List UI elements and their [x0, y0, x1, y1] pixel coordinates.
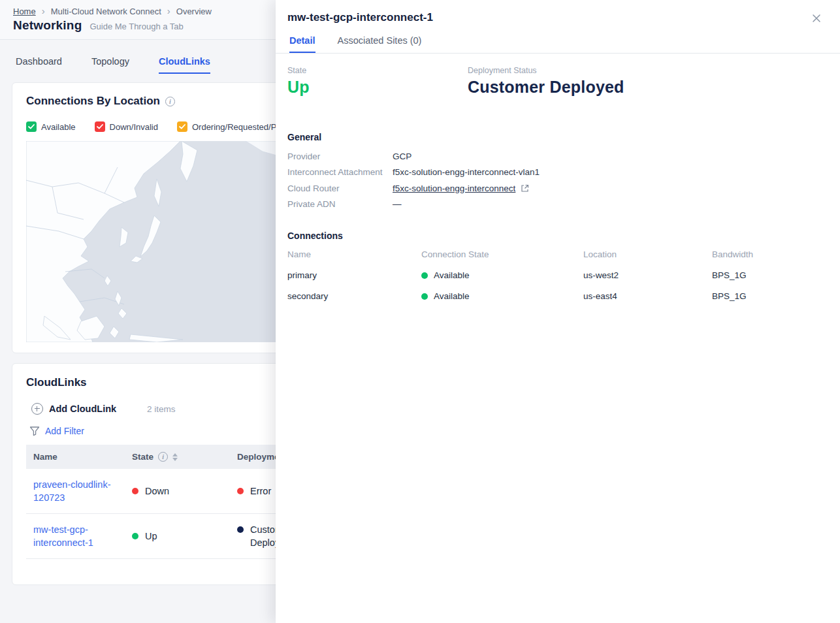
connection-row: primary Available us-west2 BPS_1G — [287, 270, 828, 280]
kv-row-provider: Provider GCP — [287, 148, 828, 165]
tab-topology[interactable]: Topology — [91, 56, 129, 74]
legend-available: Available — [26, 121, 76, 132]
external-link-icon[interactable] — [521, 184, 529, 193]
cloudlink-name-link[interactable]: mw-test-gcp-interconnect-1 — [33, 523, 118, 549]
add-cloudlink-button[interactable]: Add CloudLink — [31, 403, 116, 415]
general-section: General Provider GCP Interconnect Attach… — [276, 132, 840, 212]
conn-col-name: Name — [287, 249, 421, 259]
cloud-router-link[interactable]: f5xc-solution-engg-interconnect — [393, 184, 515, 193]
state-label: State — [287, 66, 468, 75]
connections-header-row: Name Connection State Location Bandwidth — [287, 249, 828, 259]
add-cloudlink-label: Add CloudLink — [49, 404, 116, 414]
add-filter-label: Add Filter — [45, 426, 84, 436]
status-dot-red — [132, 488, 138, 494]
conn-col-state: Connection State — [421, 249, 583, 259]
connections-card-title: Connections By Location — [26, 95, 160, 108]
items-count: 2 items — [147, 404, 176, 414]
column-header-state: State i — [125, 445, 230, 469]
info-icon[interactable]: i — [165, 97, 175, 106]
page-title: Networking — [13, 18, 82, 33]
chevron-right-icon — [167, 5, 170, 16]
legend-down-invalid: Down/Invalid — [95, 121, 158, 132]
general-heading: General — [287, 132, 828, 142]
tab-dashboard[interactable]: Dashboard — [16, 56, 62, 74]
status-dot-green — [421, 272, 428, 279]
status-dot-red — [237, 488, 244, 494]
connections-heading: Connections — [287, 231, 828, 241]
breadcrumb-item: Overview — [176, 7, 212, 16]
cloudlink-name-link[interactable]: praveen-cloudlink-120723 — [33, 478, 118, 504]
guide-me-link[interactable]: Guide Me Through a Tab — [89, 22, 183, 31]
state-value: Up — [287, 78, 468, 97]
tab-cloudlinks[interactable]: CloudLinks — [159, 56, 210, 74]
tab-detail[interactable]: Detail — [289, 35, 315, 53]
breadcrumb-home-link[interactable]: Home — [13, 7, 36, 16]
connection-row: secondary Available us-east4 BPS_1G — [287, 291, 828, 301]
checkbox-ordering[interactable] — [177, 121, 187, 132]
checkbox-available[interactable] — [26, 121, 37, 132]
plus-circle-icon — [31, 403, 43, 415]
panel-title: mw-test-gcp-interconnect-1 — [287, 11, 828, 24]
column-header-name: Name — [26, 445, 125, 469]
connections-section: Connections Name Connection State Locati… — [276, 231, 840, 301]
status-dot-green — [421, 293, 428, 300]
deployment-status-value: Customer Deployed — [468, 78, 624, 97]
close-icon[interactable] — [811, 13, 823, 25]
breadcrumb-item[interactable]: Multi-Cloud Network Connect — [51, 7, 161, 16]
tab-associated-sites[interactable]: Associated Sites (0) — [338, 35, 422, 53]
detail-panel: mw-test-gcp-interconnect-1 Detail Associ… — [276, 0, 840, 623]
state-badge: Up — [132, 530, 223, 543]
status-dot-navy — [237, 526, 244, 533]
panel-tabs: Detail Associated Sites (0) — [289, 35, 828, 53]
conn-col-bandwidth: Bandwidth — [712, 249, 828, 259]
state-badge: Down — [132, 485, 223, 498]
checkbox-down-invalid[interactable] — [95, 121, 105, 132]
legend-label: Available — [41, 122, 76, 132]
funnel-icon — [29, 426, 40, 436]
kv-row-cloud-router: Cloud Router f5xc-solution-engg-intercon… — [287, 180, 828, 197]
info-icon[interactable]: i — [158, 452, 168, 462]
kv-row-interconnect-attachment: Interconnect Attachment f5xc-solution-en… — [287, 165, 828, 181]
legend-label: Down/Invalid — [110, 122, 158, 132]
deployment-status-label: Deployment Status — [468, 66, 624, 75]
status-dot-green — [132, 533, 138, 539]
conn-col-location: Location — [583, 249, 712, 259]
sort-icon[interactable] — [172, 453, 178, 461]
chevron-right-icon — [42, 5, 45, 16]
kv-row-private-adn: Private ADN — — [287, 197, 828, 213]
